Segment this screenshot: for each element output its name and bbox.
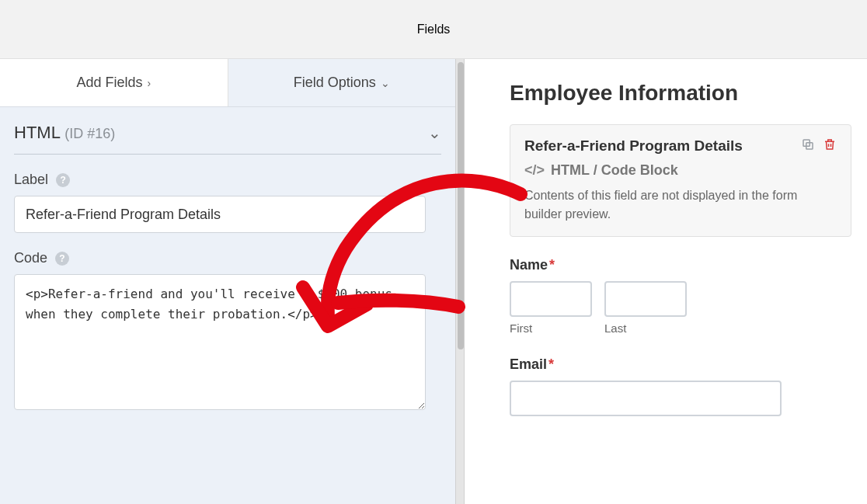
email-field: Email* [510, 356, 851, 416]
first-name-group: First [510, 281, 592, 335]
html-block[interactable]: Refer-a-Friend Program Details </> HTML … [510, 124, 851, 237]
tabs: Add Fields › Field Options ⌄ [0, 59, 455, 107]
last-name-input[interactable] [604, 281, 687, 317]
copy-icon[interactable] [801, 137, 815, 155]
last-name-group: Last [604, 281, 687, 335]
tab-add-fields[interactable]: Add Fields › [0, 59, 228, 106]
scroll-thumb[interactable] [458, 62, 464, 349]
required-asterisk: * [549, 257, 555, 273]
code-textarea[interactable]: <p>Refer-a-friend and you'll receive a $… [14, 274, 426, 410]
trash-icon[interactable] [823, 137, 837, 155]
block-type-label: HTML / Code Block [551, 162, 678, 179]
left-panel: Add Fields › Field Options ⌄ HTML (ID #1… [0, 59, 455, 504]
main: Add Fields › Field Options ⌄ HTML (ID #1… [0, 59, 867, 504]
label-text: Label [14, 172, 48, 188]
code-field-label: Code ? [14, 250, 441, 266]
tab-options-label: Field Options [294, 75, 376, 91]
section-header[interactable]: HTML (ID #16) ⌄ [14, 123, 441, 155]
chevron-right-icon: › [147, 77, 151, 89]
field-type: HTML [14, 123, 60, 142]
section-title: HTML (ID #16) [14, 123, 115, 143]
code-text: Code [14, 250, 47, 266]
panel-divider[interactable] [455, 59, 465, 504]
block-title: Refer-a-Friend Program Details [524, 137, 743, 155]
tab-add-label: Add Fields [76, 75, 142, 91]
name-row: First Last [510, 281, 851, 335]
block-desc: Contents of this field are not displayed… [524, 186, 837, 224]
label-field-group: Label ? [14, 172, 441, 233]
help-icon[interactable]: ? [56, 173, 70, 187]
form-title: Employee Information [510, 81, 851, 106]
tab-field-options[interactable]: Field Options ⌄ [228, 59, 456, 106]
field-options-section: HTML (ID #16) ⌄ Label ? Code ? <p>Refer-… [0, 107, 455, 430]
block-header: Refer-a-Friend Program Details [524, 137, 837, 155]
name-field: Name* First Last [510, 257, 851, 335]
email-label: Email* [510, 356, 851, 373]
first-name-input[interactable] [510, 281, 592, 317]
label-field-label: Label ? [14, 172, 441, 188]
name-text: Name [510, 257, 548, 273]
last-label: Last [604, 322, 687, 335]
chevron-down-icon: ⌄ [428, 123, 441, 142]
email-text: Email [510, 356, 547, 372]
name-label: Name* [510, 257, 851, 273]
email-input[interactable] [510, 381, 782, 416]
code-field-group: Code ? <p>Refer-a-friend and you'll rece… [14, 250, 441, 413]
label-input[interactable] [14, 196, 426, 233]
right-panel: Employee Information Refer-a-Friend Prog… [465, 59, 867, 504]
header: Fields [0, 0, 867, 59]
required-asterisk: * [548, 356, 554, 372]
help-icon[interactable]: ? [55, 252, 69, 266]
block-type: </> HTML / Code Block [524, 162, 837, 179]
field-id: (ID #16) [64, 126, 115, 141]
first-label: First [510, 322, 592, 335]
code-icon: </> [524, 162, 545, 179]
page-title: Fields [417, 23, 451, 36]
block-actions [801, 137, 837, 155]
chevron-down-icon: ⌄ [381, 77, 390, 89]
